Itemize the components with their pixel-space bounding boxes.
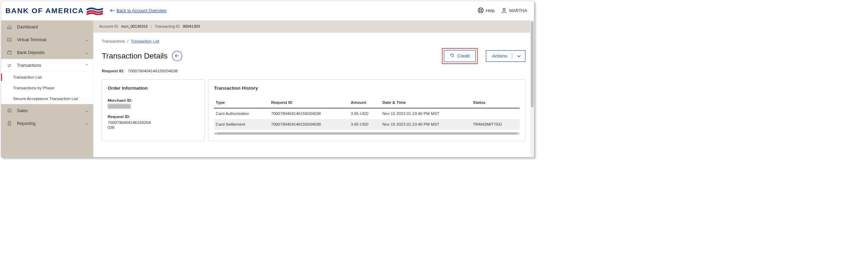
sidebar-transactions-subgroup: Transaction List Transactions by Phase S… bbox=[1, 72, 93, 104]
actions-dropdown[interactable]: Actions bbox=[486, 50, 526, 62]
col-status[interactable]: Status bbox=[471, 98, 520, 108]
cell-request-id: 7000790404146159204038 bbox=[269, 108, 349, 119]
table-header-row: Type Request ID Amount Date & Time Statu… bbox=[214, 98, 520, 108]
cell-date-time: Nov 15 2023 01:10:40 PM MST bbox=[381, 119, 471, 130]
cell-request-id: 7000790404146159204038 bbox=[269, 119, 349, 130]
sidebar-item-bank-deposits[interactable]: Bank Deposits ⌄ bbox=[1, 46, 93, 59]
svg-line-5 bbox=[481, 11, 482, 12]
svg-point-6 bbox=[503, 8, 505, 10]
sidebar-item-virtual-terminal[interactable]: Virtual Terminal ⌄ bbox=[1, 33, 93, 46]
vertical-scrollbar[interactable] bbox=[530, 20, 534, 157]
user-menu[interactable]: MARTHA bbox=[501, 7, 527, 14]
breadcrumb-link-transaction-list[interactable]: Transaction List bbox=[131, 39, 159, 44]
help-button[interactable]: Help bbox=[478, 7, 495, 14]
title-row: Transaction Details Credit bbox=[102, 48, 526, 64]
order-request-id-label: Request ID: bbox=[108, 114, 199, 119]
chevron-up-icon: ⌃ bbox=[85, 63, 88, 68]
panel-title: Order Information bbox=[108, 85, 199, 91]
transaction-history-table: Type Request ID Amount Date & Time Statu… bbox=[214, 98, 520, 130]
transacting-id-value: 80041303 bbox=[183, 24, 200, 29]
cell-type: Card Settlement bbox=[214, 119, 269, 130]
user-name: MARTHA bbox=[509, 8, 527, 13]
report-icon bbox=[6, 121, 13, 126]
request-id-value: 7000790404146159204038 bbox=[128, 69, 178, 73]
request-id-label: Request ID: bbox=[102, 69, 124, 73]
sidebar-subitem-transaction-list[interactable]: Transaction List bbox=[1, 72, 93, 83]
credit-button[interactable]: Credit bbox=[444, 50, 475, 62]
scroll-left-icon: ◂ bbox=[214, 132, 216, 135]
transfer-icon bbox=[6, 63, 13, 68]
order-information-panel: Order Information Merchant ID: ████████ … bbox=[102, 79, 205, 141]
page-title: Transaction Details bbox=[102, 52, 168, 61]
credit-label: Credit bbox=[457, 53, 470, 59]
sidebar: Dashboard Virtual Terminal ⌄ Bank Deposi… bbox=[1, 20, 93, 157]
request-id-row: Request ID: 7000790404146159204038 bbox=[102, 69, 526, 73]
brand-name: BANK OF AMERICA bbox=[6, 7, 84, 15]
scroll-right-icon: ▸ bbox=[517, 132, 519, 135]
horizontal-scrollbar[interactable]: ◂ ▸ bbox=[214, 132, 520, 135]
lifebuoy-icon bbox=[478, 7, 483, 14]
order-request-id-value: 7000790404146159204 038 bbox=[108, 120, 199, 130]
col-request-id[interactable]: Request ID bbox=[269, 98, 349, 108]
scrollbar-thumb[interactable] bbox=[216, 133, 517, 135]
order-request-id-line2: 038 bbox=[108, 125, 114, 129]
sidebar-item-dashboard[interactable]: Dashboard bbox=[1, 20, 93, 33]
flag-icon bbox=[86, 6, 103, 16]
sidebar-item-label: Virtual Terminal bbox=[17, 37, 81, 42]
scrollbar-thumb[interactable] bbox=[531, 21, 533, 107]
col-type[interactable]: Type bbox=[214, 98, 269, 108]
actions-label: Actions bbox=[492, 53, 507, 59]
back-link-container: Back to Account Overview bbox=[110, 8, 166, 13]
deposit-icon bbox=[6, 50, 13, 55]
sales-icon bbox=[6, 108, 13, 113]
refresh-icon bbox=[450, 53, 455, 59]
sidebar-item-label: Sales bbox=[17, 108, 81, 113]
divider bbox=[512, 53, 513, 59]
svg-line-3 bbox=[481, 8, 482, 9]
col-amount[interactable]: Amount bbox=[349, 98, 380, 108]
sidebar-subitem-secure-acceptance[interactable]: Secure Acceptance Transaction List bbox=[1, 93, 93, 104]
panel-title: Transaction History bbox=[214, 85, 520, 91]
svg-point-1 bbox=[480, 9, 482, 11]
brand-logo: BANK OF AMERICA bbox=[6, 6, 103, 16]
arrow-left-icon bbox=[175, 53, 179, 59]
table-row[interactable]: Card Authorization 700079040414615920403… bbox=[214, 108, 520, 119]
sidebar-item-label: Dashboard bbox=[17, 24, 88, 29]
merchant-id-value: ████████ bbox=[108, 104, 199, 109]
home-icon bbox=[6, 24, 13, 29]
sidebar-item-label: Bank Deposits bbox=[17, 50, 81, 55]
top-header: BANK OF AMERICA Back to Account Overview bbox=[1, 1, 534, 20]
chevron-down-icon: ⌄ bbox=[85, 37, 88, 42]
main-content: Account ID mcn_00136315 | Transacting ID… bbox=[93, 20, 534, 157]
svg-rect-8 bbox=[8, 52, 11, 54]
terminal-icon bbox=[6, 37, 13, 42]
sidebar-item-transactions[interactable]: Transactions ⌃ bbox=[1, 59, 93, 72]
cell-amount: 3.65 USD bbox=[349, 119, 380, 130]
credit-highlight: Credit bbox=[442, 48, 478, 64]
merchant-id-label: Merchant ID: bbox=[108, 98, 199, 103]
svg-rect-7 bbox=[8, 38, 11, 41]
sidebar-subitem-label: Transaction List bbox=[13, 75, 42, 79]
cell-date-time: Nov 15 2023 01:10:40 PM MST bbox=[381, 108, 471, 119]
sidebar-subitem-transactions-by-phase[interactable]: Transactions by Phase bbox=[1, 83, 93, 93]
table-row[interactable]: Card Settlement 7000790404146159204038 3… bbox=[214, 119, 520, 130]
chevron-down-icon: ⌄ bbox=[85, 108, 88, 113]
sidebar-item-label: Transactions bbox=[17, 63, 81, 68]
breadcrumb-root: Transactions bbox=[102, 39, 125, 44]
svg-line-4 bbox=[479, 11, 480, 12]
cell-amount: 3.65 USD bbox=[349, 108, 380, 119]
chevron-down-icon bbox=[517, 53, 521, 59]
sidebar-subitem-label: Transactions by Phase bbox=[13, 85, 54, 90]
svg-line-2 bbox=[479, 8, 480, 9]
sidebar-item-label: Reporting bbox=[17, 121, 81, 126]
col-date-time[interactable]: Date & Time bbox=[381, 98, 471, 108]
account-id-value: mcn_00136315 bbox=[121, 24, 148, 29]
sidebar-item-reporting[interactable]: Reporting ⌄ bbox=[1, 117, 93, 130]
back-to-overview-link[interactable]: Back to Account Overview bbox=[117, 8, 166, 13]
back-circle-button[interactable] bbox=[172, 51, 182, 61]
chevron-down-icon: ⌄ bbox=[85, 121, 88, 126]
transaction-history-panel: Transaction History Type Request ID Amou… bbox=[208, 79, 526, 141]
breadcrumb: Transactions / Transaction List bbox=[102, 39, 526, 44]
cell-type: Card Authorization bbox=[214, 108, 269, 119]
sidebar-item-sales[interactable]: Sales ⌄ bbox=[1, 104, 93, 117]
